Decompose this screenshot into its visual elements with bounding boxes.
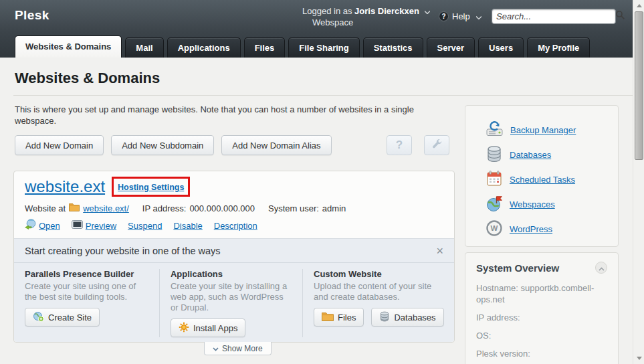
user-name: Joris Dierckxen [354, 6, 419, 16]
tools-button[interactable] [424, 135, 449, 155]
toolbar-right: ? [387, 135, 449, 155]
annotation-red-box: Hosting Settings [112, 177, 190, 197]
show-more-label: Show More [222, 344, 263, 353]
column-custom-website: Custom Website Upload the content of you… [303, 269, 454, 337]
system-overview-card: System Overview Hostname: supportkb.comb… [465, 252, 619, 364]
column-title: Parallels Presence Builder [25, 269, 148, 279]
files-button[interactable]: Files [314, 308, 364, 327]
description-link[interactable]: Description [214, 221, 257, 231]
tab-statistics[interactable]: Statistics [363, 37, 423, 58]
logged-in-as-label: Logged in as [302, 6, 352, 16]
files-label: Files [338, 312, 356, 323]
website-path-link[interactable]: website.ext/ [83, 203, 129, 213]
hosting-settings-link[interactable]: Hosting Settings [118, 183, 184, 192]
calendar-icon [486, 170, 503, 190]
getting-started-columns: Parallels Presence Builder Create your s… [14, 263, 454, 337]
title-divider [13, 95, 633, 96]
sidebar-link[interactable]: Backup Manager [510, 125, 576, 135]
sidebar-link[interactable]: Webspaces [510, 199, 555, 209]
tab-users[interactable]: Users [478, 37, 524, 58]
open-site-icon [25, 219, 36, 232]
preview-icon [72, 219, 83, 232]
getting-started-panel: Start creating your website in one of th… [14, 238, 454, 342]
preview-link[interactable]: Preview [86, 221, 116, 231]
column-title: Custom Website [314, 269, 443, 279]
folder-icon [322, 312, 334, 323]
install-apps-button[interactable]: Install Apps [171, 318, 246, 337]
databases-label: Databases [394, 312, 435, 323]
add-new-domain-alias-button[interactable]: Add New Domain Alias [221, 135, 331, 155]
user-menu[interactable]: Logged in as Joris Dierckxen Webspace [302, 5, 430, 28]
disable-link[interactable]: Disable [173, 221, 202, 231]
close-icon[interactable]: × [436, 245, 443, 257]
sidebar-link[interactable]: Databases [510, 150, 551, 160]
tab-mail[interactable]: Mail [125, 37, 163, 58]
sidebar-item-wordpress[interactable]: W WordPress [486, 217, 618, 242]
create-site-label: Create Site [48, 312, 92, 323]
sidebar-shortcuts-card: Backup Manager Databases Scheduled Tasks… [465, 105, 619, 247]
folder-icon [69, 203, 80, 213]
column-description: Create your site by installing a web app… [171, 281, 292, 313]
sidebar-link[interactable]: Scheduled Tasks [510, 175, 575, 185]
column-applications: Applications Create your site by install… [160, 269, 303, 337]
tab-my-profile[interactable]: My Profile [527, 37, 590, 58]
help-button[interactable]: ? [387, 135, 412, 155]
hostname-row: Hostname: supportkb.combell-ops.net [476, 282, 607, 305]
ip-value: 000.000.000.000 [189, 203, 255, 213]
search-icon[interactable] [615, 10, 625, 23]
vertical-scrollbar[interactable] [633, 0, 644, 364]
system-user-value: admin [322, 203, 346, 213]
collapse-button[interactable] [595, 262, 607, 274]
column-description: Upload the content of your site and crea… [314, 281, 443, 302]
sidebar-item-webspaces[interactable]: Webspaces [486, 192, 618, 217]
sidebar-item-databases[interactable]: Databases [486, 143, 618, 167]
website-info-row: Website at website.ext/ IP address: 000.… [14, 197, 454, 213]
help-menu[interactable]: ? Help [439, 11, 481, 21]
add-new-subdomain-button[interactable]: Add New Subdomain [111, 135, 214, 155]
chevron-down-icon [213, 344, 219, 353]
open-link[interactable]: Open [39, 221, 60, 231]
page-description: This is where you set up and manage webs… [15, 104, 446, 126]
databases-button[interactable]: Databases [371, 308, 443, 327]
main-nav-tabs: Websites & Domains Mail Applications Fil… [15, 35, 593, 58]
sidebar-item-backup-manager[interactable]: Backup Manager [486, 118, 618, 143]
svg-text:W: W [491, 224, 498, 232]
ip-address-row: IP address: [476, 312, 607, 323]
system-user-label: System user: [268, 203, 319, 213]
sidebar-link[interactable]: WordPress [510, 224, 552, 234]
search-input[interactable] [496, 11, 615, 21]
plesk-version-row: Plesk version: [476, 348, 607, 359]
domain-link[interactable]: website.ext [25, 177, 105, 196]
backup-manager-icon [486, 120, 504, 141]
triangle-up-icon [637, 4, 642, 7]
system-overview-rows: Hostname: supportkb.combell-ops.net IP a… [476, 274, 607, 359]
getting-started-header: Start creating your website in one of th… [14, 239, 454, 263]
add-new-domain-button[interactable]: Add New Domain [15, 135, 104, 155]
domain-toolbar: Add New Domain Add New Subdomain Add New… [15, 135, 332, 155]
search-box[interactable] [492, 9, 616, 24]
wordpress-icon: W [486, 219, 503, 240]
tab-file-sharing[interactable]: File Sharing [288, 37, 359, 58]
scroll-down-button[interactable] [633, 353, 644, 364]
os-row: OS: [476, 330, 607, 341]
tab-server[interactable]: Server [427, 37, 475, 58]
show-more-button[interactable]: Show More [204, 342, 272, 355]
tab-websites-domains[interactable]: Websites & Domains [15, 35, 122, 58]
tab-files[interactable]: Files [244, 37, 286, 58]
domain-row: website.ext Hosting Settings [14, 171, 454, 197]
scroll-up-button[interactable] [633, 0, 644, 11]
top-header: Plesk Logged in as Joris Dierckxen Websp… [0, 0, 633, 58]
globe-plus-icon [33, 311, 44, 324]
scrollbar-thumb[interactable] [635, 11, 643, 160]
website-actions-row: Open Preview Suspend Disable Description [14, 213, 454, 232]
plesk-logo: Plesk [15, 8, 49, 23]
column-title: Applications [171, 269, 292, 279]
tab-applications[interactable]: Applications [167, 37, 241, 58]
suspend-link[interactable]: Suspend [128, 221, 162, 231]
sidebar-item-scheduled-tasks[interactable]: Scheduled Tasks [486, 167, 618, 192]
database-icon [379, 311, 390, 324]
create-site-button[interactable]: Create Site [25, 308, 100, 327]
chevron-down-icon [476, 11, 481, 21]
system-overview-title: System Overview [476, 262, 559, 274]
column-presence-builder: Parallels Presence Builder Create your s… [14, 269, 160, 337]
